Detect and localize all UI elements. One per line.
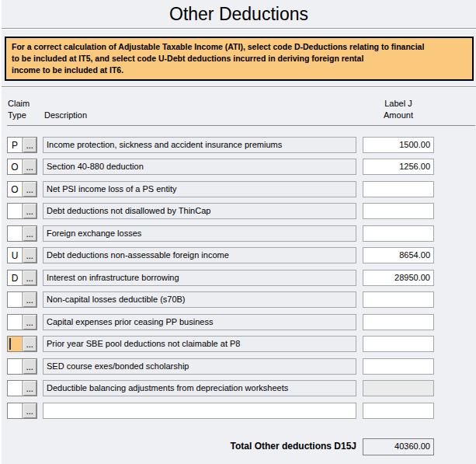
ati-notice-box: For a correct calculation of Adjustable … [5, 37, 474, 81]
amount-input[interactable]: 1500.00 [363, 137, 434, 153]
deduction-row-3: O ... Net PSI income loss of a PS entity [2, 181, 476, 197]
claim-type-input[interactable] [8, 315, 22, 330]
claim-type-input[interactable] [8, 359, 22, 374]
page-title: Other Deductions [2, 4, 476, 25]
column-header-claim-type: Claim Type [8, 98, 30, 121]
browse-ellipsis-button[interactable]: ... [23, 138, 36, 152]
claim-type-control: ... [7, 225, 37, 242]
deduction-row-6: U ... Debt deductions non-assessable for… [2, 247, 476, 263]
claim-type-input[interactable] [8, 292, 22, 307]
amount-input-disabled [363, 380, 434, 396]
browse-ellipsis-button[interactable]: ... [23, 204, 36, 218]
claim-type-control: ... [7, 336, 37, 352]
total-row: Total Other deductions D15J 40360.00 [2, 438, 476, 455]
amount-input[interactable] [363, 181, 434, 197]
description-field: Net PSI income loss of a PS entity [43, 181, 356, 197]
description-field: Non-capital losses deductible (s70B) [43, 291, 356, 308]
column-header-rule [7, 125, 475, 126]
deduction-row-8: ... Non-capital losses deductible (s70B) [2, 291, 476, 308]
deduction-row-11: ... SED course exes/bonded scholarship [2, 358, 476, 375]
amount-input[interactable] [363, 336, 434, 352]
claim-type-control: ... [7, 203, 37, 219]
separator-line-middle [2, 86, 476, 88]
amount-input[interactable] [363, 358, 434, 375]
deduction-row-4: ... Debt deductions not disallowed by Th… [2, 203, 476, 219]
browse-ellipsis-button[interactable]: ... [23, 359, 36, 374]
claim-type-input-highlighted[interactable] [8, 337, 22, 351]
amount-input[interactable] [363, 203, 434, 219]
claim-type-control: ... [7, 380, 37, 396]
amount-input[interactable] [363, 291, 434, 308]
description-field: Deductible balancing adjustments from de… [43, 380, 356, 396]
claim-type-input[interactable]: D [8, 270, 22, 285]
claim-type-input[interactable]: O [8, 182, 22, 197]
amount-input[interactable] [363, 403, 434, 419]
claim-type-input[interactable] [8, 204, 22, 218]
notice-line-1: For a correct calculation of Adjustable … [12, 41, 467, 53]
claim-type-control: U ... [7, 247, 37, 263]
description-field: Capital expenses prior ceasing PP busine… [43, 314, 356, 330]
notice-line-2: to be included at IT5, and select code U… [12, 53, 467, 65]
description-field: Interest on infrastructure borrowing [43, 270, 356, 286]
deduction-row-5: ... Foreign exchange losses [2, 225, 476, 242]
claim-type-input[interactable]: P [8, 138, 22, 152]
deduction-row-9: ... Capital expenses prior ceasing PP bu… [2, 314, 476, 330]
deduction-row-10: ... Prior year SBE pool deductions not c… [2, 336, 476, 352]
deduction-row-12: ... Deductible balancing adjustments fro… [2, 380, 476, 396]
description-field: Section 40-880 deduction [43, 159, 356, 175]
deduction-row-7: D ... Interest on infrastructure borrowi… [2, 270, 476, 286]
browse-ellipsis-button[interactable]: ... [23, 315, 36, 330]
description-field: Debt deductions non-assessable foreign i… [43, 247, 356, 263]
deduction-row-1: P ... Income protection, sickness and ac… [2, 137, 476, 153]
browse-ellipsis-button[interactable]: ... [23, 159, 36, 174]
claim-type-input[interactable]: O [8, 159, 22, 174]
browse-ellipsis-button[interactable]: ... [23, 248, 36, 263]
column-header-description: Description [44, 110, 87, 121]
total-amount-field: 40360.00 [363, 438, 434, 455]
description-input-editable[interactable] [43, 403, 356, 419]
claim-type-control: ... [7, 358, 37, 375]
amount-input[interactable] [363, 314, 434, 330]
claim-type-control: O ... [7, 181, 37, 197]
browse-ellipsis-button[interactable]: ... [23, 182, 36, 197]
claim-type-input[interactable] [8, 226, 22, 241]
browse-ellipsis-button[interactable]: ... [23, 226, 36, 241]
description-field: Income protection, sickness and accident… [43, 137, 356, 153]
description-field: Foreign exchange losses [43, 225, 356, 242]
browse-ellipsis-button[interactable]: ... [23, 403, 36, 418]
separator-line-top [2, 28, 476, 30]
browse-ellipsis-button[interactable]: ... [23, 270, 36, 285]
claim-type-control: P ... [7, 137, 37, 153]
notice-line-3: income to be included at IT6. [12, 65, 467, 76]
claim-type-control: ... [7, 291, 37, 308]
amount-input[interactable]: 28950.00 [363, 270, 434, 286]
description-field: SED course exes/bonded scholarship [43, 358, 356, 375]
browse-ellipsis-button[interactable]: ... [23, 337, 36, 351]
amount-input[interactable] [363, 225, 434, 242]
deduction-row-13: ... [2, 403, 476, 419]
other-deductions-form: Other Deductions For a correct calculati… [0, 0, 476, 464]
claim-type-input[interactable]: U [8, 248, 22, 263]
amount-input[interactable]: 8654.00 [363, 247, 434, 263]
claim-type-input[interactable] [8, 381, 22, 396]
deduction-row-2: O ... Section 40-880 deduction 1256.00 [2, 159, 476, 175]
claim-type-control: ... [7, 314, 37, 330]
claim-type-control: O ... [7, 159, 37, 175]
claim-type-input[interactable] [8, 403, 22, 418]
description-field: Prior year SBE pool deductions not claim… [43, 336, 356, 352]
browse-ellipsis-button[interactable]: ... [23, 292, 36, 307]
description-field: Debt deductions not disallowed by ThinCa… [43, 203, 356, 219]
claim-type-control: D ... [7, 270, 37, 286]
amount-input[interactable]: 1256.00 [363, 159, 434, 175]
total-label: Total Other deductions D15J [123, 441, 356, 452]
browse-ellipsis-button[interactable]: ... [23, 381, 36, 396]
column-header-label-j-amount: Label J Amount [363, 98, 434, 121]
claim-type-control: ... [7, 403, 37, 419]
